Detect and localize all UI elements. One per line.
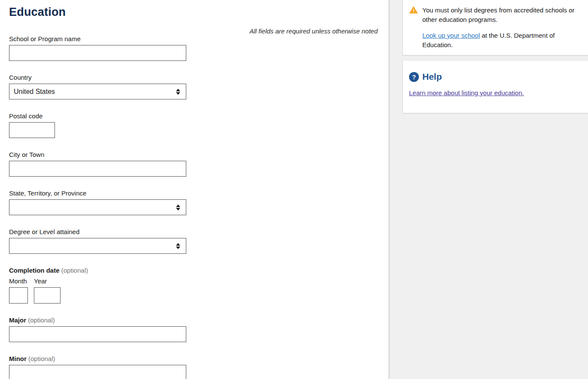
field-group-minor: Minor (optional) bbox=[9, 355, 197, 379]
help-link-line: Learn more about listing your education. bbox=[409, 89, 583, 97]
major-label: Major (optional) bbox=[9, 316, 197, 324]
learn-more-education-link[interactable]: Learn more about listing your education. bbox=[409, 89, 524, 96]
warning-triangle-icon bbox=[409, 6, 418, 50]
year-subfield: Year bbox=[34, 277, 61, 304]
month-subfield: Month bbox=[9, 277, 28, 304]
sidebar-background bbox=[388, 0, 588, 379]
completion-date-row: Month Year bbox=[9, 277, 197, 304]
help-card: ? Help Learn more about listing your edu… bbox=[403, 60, 588, 113]
minor-label-text: Minor bbox=[9, 355, 27, 362]
look-up-school-link[interactable]: Look up your school bbox=[422, 32, 480, 39]
year-label: Year bbox=[34, 277, 61, 285]
state-select[interactable] bbox=[9, 199, 186, 215]
accreditation-warning-card: You must only list degrees from accredit… bbox=[403, 0, 588, 55]
completion-date-label-text: Completion date bbox=[9, 267, 60, 274]
help-title: Help bbox=[422, 72, 442, 82]
city-label: City or Town bbox=[9, 151, 197, 159]
major-input[interactable] bbox=[9, 326, 186, 342]
field-group-postal: Postal code bbox=[9, 112, 197, 138]
minor-label: Minor (optional) bbox=[9, 355, 197, 363]
country-selected-value: United States bbox=[14, 88, 55, 96]
field-group-city: City or Town bbox=[9, 151, 197, 177]
field-group-school: School or Program name bbox=[9, 35, 197, 61]
major-optional-note: (optional) bbox=[28, 316, 55, 324]
country-label: Country bbox=[9, 74, 197, 81]
warning-text-block: You must only list degrees from accredit… bbox=[422, 6, 583, 50]
postal-input[interactable] bbox=[9, 122, 55, 138]
chevron-updown-icon bbox=[176, 89, 180, 95]
month-label: Month bbox=[9, 277, 28, 285]
page-title: Education bbox=[9, 5, 197, 19]
warning-link-line: Look up your school at the U.S. Departme… bbox=[422, 31, 583, 50]
country-select[interactable]: United States bbox=[9, 84, 186, 99]
warning-message: You must only list degrees from accredit… bbox=[422, 6, 583, 24]
month-input[interactable] bbox=[9, 287, 28, 304]
year-input[interactable] bbox=[34, 287, 61, 304]
help-heading: ? Help bbox=[409, 72, 583, 82]
field-group-completion-date: Completion date (optional) Month Year bbox=[9, 267, 197, 304]
chevron-updown-icon bbox=[176, 243, 180, 249]
school-input[interactable] bbox=[9, 45, 186, 61]
field-group-degree: Degree or Level attained bbox=[9, 228, 197, 254]
school-label: School or Program name bbox=[9, 35, 197, 43]
degree-label: Degree or Level attained bbox=[9, 228, 197, 236]
major-label-text: Major bbox=[9, 316, 26, 324]
degree-select[interactable] bbox=[9, 238, 186, 254]
postal-label: Postal code bbox=[9, 112, 197, 120]
field-group-country: Country United States bbox=[9, 74, 197, 99]
minor-input[interactable] bbox=[9, 365, 186, 379]
required-fields-note: All fields are required unless otherwise… bbox=[0, 27, 378, 35]
education-form-panel: All fields are required unless otherwise… bbox=[0, 0, 388, 379]
field-group-state: State, Territory, or Province bbox=[9, 190, 197, 215]
field-group-major: Major (optional) bbox=[9, 316, 197, 342]
question-circle-icon: ? bbox=[409, 72, 419, 82]
chevron-updown-icon bbox=[176, 205, 180, 211]
completion-optional-note: (optional) bbox=[61, 267, 88, 274]
completion-date-label: Completion date (optional) bbox=[9, 267, 197, 274]
minor-optional-note: (optional) bbox=[28, 355, 55, 362]
state-label: State, Territory, or Province bbox=[9, 190, 197, 197]
city-input[interactable] bbox=[9, 161, 186, 177]
